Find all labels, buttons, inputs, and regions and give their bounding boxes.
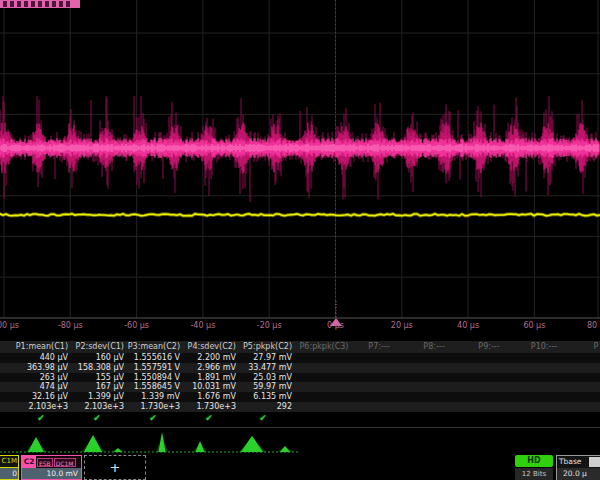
param-header-dim: P9:--- (462, 341, 516, 353)
stat-value: 32.16 µV (14, 392, 68, 402)
stat-value: 160 µV (70, 353, 124, 363)
stat-value: 155 µV (70, 373, 124, 383)
table-stat-row: 32.16 µV1.399 µV1.339 mV1.676 mV6.135 mV (0, 392, 600, 402)
trend-trace (0, 430, 600, 455)
table-divider (0, 427, 600, 428)
c1-scale-value: 0 mV (0, 468, 18, 480)
descriptor-bar: C1M 0 mV C2 ESB DC1M 10.0 mV + HD 12 Bit… (0, 455, 600, 480)
time-axis-label: -80 µs (58, 321, 83, 330)
param-header-dim: P7:--- (352, 341, 406, 353)
stat-value: 1.339 mV (126, 392, 180, 402)
stat-value: 2.103e+3 (14, 402, 68, 412)
stat-value: 1.730e+3 (182, 402, 236, 412)
status-check-icon: ✔ (70, 412, 124, 424)
param-header-dim: P6:pkpk(C3) (297, 341, 351, 353)
hd-mode-badge[interactable]: HD (515, 455, 553, 467)
add-trace-button[interactable]: + (84, 455, 146, 480)
table-stat-row: 440 µV160 µV1.555616 V2.200 mV27.97 mV (0, 353, 600, 363)
stat-value: 158.308 µV (70, 363, 124, 373)
timebase-scale-value: 20.0 µ (557, 468, 600, 480)
stat-value: 474 µV (14, 382, 68, 392)
stat-value: 1.555616 V (126, 353, 180, 363)
stat-value: 1.676 mV (182, 392, 236, 402)
param-header-dim: P8:--- (407, 341, 461, 353)
time-axis-label: 20 µs (391, 321, 413, 330)
table-stat-row: 363.98 µV158.308 µV1.557591 V2.966 mV33.… (0, 363, 600, 373)
status-check-icon: ✔ (182, 412, 236, 424)
stat-value: 1.558645 V (126, 382, 180, 392)
c2-header: C2 ESB DC1M (22, 456, 81, 468)
cropped-pink-label[interactable] (0, 0, 80, 8)
stat-value: 33.477 mV (234, 363, 292, 373)
stat-value: 1.730e+3 (126, 402, 180, 412)
stat-value: 1.891 mV (182, 373, 236, 383)
stat-value: 59.97 mV (234, 382, 292, 392)
status-check-icon: ✔ (234, 412, 292, 424)
c2-label: C2 (22, 456, 36, 468)
oscilloscope-screen: -100 µs-80 µs-60 µs-40 µs-20 µs0 µs20 µs… (0, 0, 600, 480)
time-axis-label: 80 µs (587, 321, 600, 330)
time-axis-label: -100 µs (0, 321, 19, 330)
channel-c2-descriptor[interactable]: C2 ESB DC1M 10.0 mV (21, 455, 82, 480)
timebase-header: Tbase (557, 456, 600, 468)
table-header-row: P1:mean(C1)P2:sdev(C1)P3:mean(C2)P4:sdev… (0, 341, 600, 353)
param-header: P4:sdev(C2) (182, 341, 236, 353)
stat-value: 6.135 mV (234, 392, 292, 402)
time-axis-label: 60 µs (523, 321, 545, 330)
stat-value: 10.031 mV (182, 382, 236, 392)
table-stat-row: 474 µV167 µV1.558645 V10.031 mV59.97 mV (0, 382, 600, 392)
time-axis-label: -60 µs (124, 321, 149, 330)
param-header: P1:mean(C1) (14, 341, 68, 353)
param-header: P5:pkpk(C2) (234, 341, 292, 353)
stat-value: 1.399 µV (70, 392, 124, 402)
timebase-clipped-indicator (589, 457, 600, 467)
measurement-table[interactable]: P1:mean(C1)P2:sdev(C1)P3:mean(C2)P4:sdev… (0, 341, 600, 427)
stat-value: 292 (234, 402, 292, 412)
table-status-row: ✔✔✔✔✔ (0, 412, 600, 424)
stat-value: 1.550894 V (126, 373, 180, 383)
param-header: P3:mean(C2) (126, 341, 180, 353)
stat-value: 2.103e+3 (70, 402, 124, 412)
time-axis-label: 40 µs (457, 321, 479, 330)
stat-value: 440 µV (14, 353, 68, 363)
param-header: P2:sdev(C1) (70, 341, 124, 353)
stat-value: 363.98 µV (14, 363, 68, 373)
resolution-bits-label: 12 Bits (515, 468, 553, 480)
waveform-grid[interactable]: -100 µs-80 µs-60 µs-40 µs-20 µs0 µs20 µs… (0, 0, 600, 336)
status-check-icon: ✔ (14, 412, 68, 424)
c2-scale-value: 10.0 mV (22, 468, 81, 480)
waveform-traces (0, 0, 600, 336)
param-header-dim: P10:--- (517, 341, 571, 353)
stat-value: 2.200 mV (182, 353, 236, 363)
param-header-clipped: P (592, 341, 600, 353)
time-axis-label: -20 µs (257, 321, 282, 330)
c2-coupling-badge: DC1M (54, 458, 76, 467)
time-axis-label: -40 µs (190, 321, 215, 330)
c1-coupling-badge: C1M (0, 456, 18, 468)
stat-value: 167 µV (70, 382, 124, 392)
c2-esb-badge: ESB (37, 458, 53, 467)
table-stat-row: 263 µV155 µV1.550894 V1.891 mV25.03 mV (0, 373, 600, 383)
timebase-label: Tbase (559, 457, 581, 466)
table-stat-row: 2.103e+32.103e+31.730e+31.730e+3292 (0, 402, 600, 412)
channel-c1-descriptor[interactable]: C1M 0 mV (0, 455, 19, 480)
status-check-icon: ✔ (126, 412, 180, 424)
stat-value: 1.557591 V (126, 363, 180, 373)
timebase-descriptor[interactable]: Tbase 20.0 µ (556, 455, 600, 480)
stat-value: 25.03 mV (234, 373, 292, 383)
stat-value: 27.97 mV (234, 353, 292, 363)
stat-value: 263 µV (14, 373, 68, 383)
time-axis-label: 0 µs (327, 321, 344, 330)
stat-value: 2.966 mV (182, 363, 236, 373)
